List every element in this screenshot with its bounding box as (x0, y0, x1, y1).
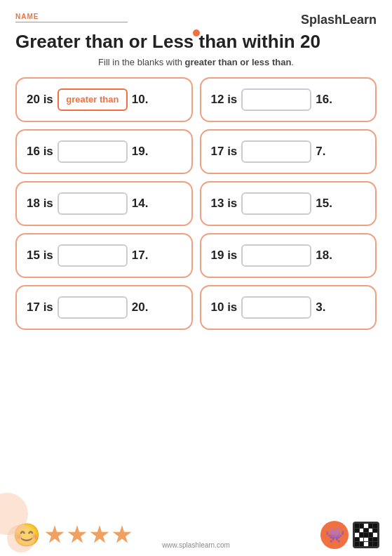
problem-10-left: 10 is (211, 300, 238, 315)
problem-2-right: 16. (316, 93, 332, 107)
website: www.splashlearn.com (162, 541, 230, 549)
problem-2-answer-box[interactable] (241, 88, 311, 111)
problem-9-answer-box[interactable] (58, 296, 128, 319)
subtitle-highlight: greater than or less than (185, 57, 292, 67)
logo-splash: Splash (301, 13, 342, 27)
problem-1-right: 10. (132, 93, 149, 107)
page: NAME SplashLearn Greater than or Less th… (0, 0, 392, 556)
problem-8-answer-box[interactable] (241, 244, 311, 267)
problem-card-5: 18 is14. (15, 181, 193, 226)
star-3 (90, 525, 109, 545)
problem-card-3: 16 is19. (15, 129, 193, 174)
subtitle-suffix: . (291, 57, 294, 67)
bottom-bar: 😊 www.splashlearn.com 👾 (0, 514, 392, 556)
logo: SplashLearn (301, 13, 377, 27)
logo-learn: Learn (342, 13, 377, 27)
star-4 (112, 525, 132, 545)
top-bar: NAME SplashLearn (15, 13, 377, 27)
problem-7-right: 17. (132, 249, 149, 263)
problem-card-2: 12 is16. (200, 77, 377, 122)
problem-8-right: 18. (316, 249, 332, 263)
problem-4-left: 17 is (211, 145, 238, 159)
problem-3-left: 16 is (27, 145, 53, 159)
problem-5-answer-box[interactable] (58, 192, 128, 215)
subtitle-prefix: Fill in the blanks with (98, 57, 185, 67)
problem-5-left: 18 is (27, 197, 53, 211)
star-2 (67, 525, 87, 545)
problem-1-answer-box[interactable]: greater than (58, 88, 128, 111)
stars-decoration (45, 525, 132, 545)
problem-1-left: 20 is (27, 93, 53, 107)
problem-card-6: 13 is15. (200, 181, 377, 226)
name-label: NAME (15, 13, 128, 22)
problem-2-left: 12 is (211, 93, 238, 107)
problem-card-9: 17 is20. (15, 285, 193, 330)
problem-9-right: 20. (132, 300, 149, 315)
problem-card-1: 20 isgreater than10. (15, 77, 193, 122)
problem-8-left: 19 is (211, 249, 238, 263)
problem-card-4: 17 is7. (200, 129, 377, 174)
problem-6-left: 13 is (211, 197, 238, 211)
problem-card-8: 19 is18. (200, 233, 377, 278)
problem-5-right: 14. (132, 197, 149, 211)
problem-card-10: 10 is3. (200, 285, 377, 330)
subtitle: Fill in the blanks with greater than or … (15, 57, 377, 67)
dot-decoration (193, 29, 200, 37)
problem-4-answer-box[interactable] (241, 140, 311, 163)
problem-card-7: 15 is17. (15, 233, 193, 278)
problem-6-answer-box[interactable] (241, 192, 311, 215)
problem-3-right: 19. (132, 145, 149, 159)
problem-7-left: 15 is (27, 249, 53, 263)
problem-6-right: 15. (316, 197, 332, 211)
star-1 (45, 525, 65, 545)
problem-3-answer-box[interactable] (58, 140, 128, 163)
qr-code (353, 522, 379, 548)
problems-grid: 20 isgreater than10.12 is16.16 is19.17 i… (15, 77, 377, 330)
circle-deco-2 (7, 524, 35, 552)
problem-7-answer-box[interactable] (58, 244, 128, 267)
problem-9-left: 17 is (27, 300, 53, 315)
problem-4-right: 7. (316, 145, 325, 159)
problem-10-right: 3. (316, 300, 325, 315)
mascot-icon: 👾 (320, 521, 349, 549)
problem-10-answer-box[interactable] (241, 296, 311, 319)
